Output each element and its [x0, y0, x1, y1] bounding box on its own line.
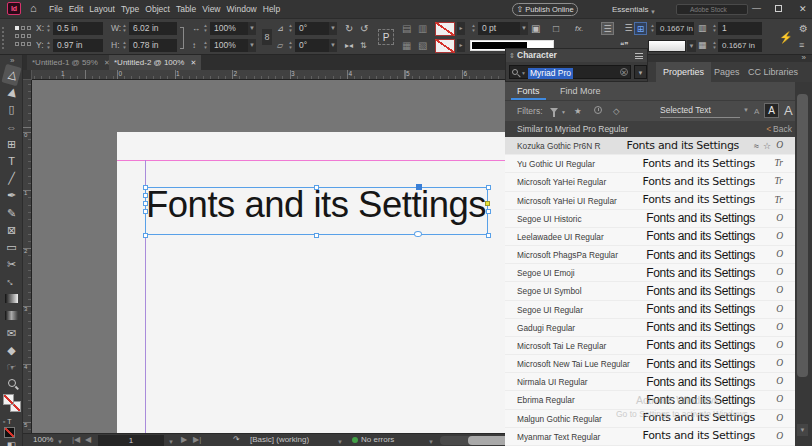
zoom-level[interactable]: 100%: [33, 434, 53, 446]
frame-handle[interactable]: [143, 209, 148, 214]
next-page-button[interactable]: ▶: [181, 434, 187, 446]
font-name[interactable]: Segoe UI Symbol: [517, 286, 582, 296]
panel-menu-icon[interactable]: [635, 53, 643, 59]
font-name[interactable]: Microsoft YaHei UI Regular: [517, 196, 617, 206]
menu-window[interactable]: Window: [227, 4, 257, 14]
preview-size-medium[interactable]: A: [764, 103, 779, 118]
font-list-item[interactable]: Microsoft Tai Le Regular Fonts and its S…: [505, 337, 795, 355]
text-wrap-icon[interactable]: ⊞: [634, 22, 647, 35]
rotate-cw-button[interactable]: ↻: [345, 22, 353, 35]
menu-file[interactable]: File: [49, 4, 63, 14]
apply-none-swatch[interactable]: [4, 427, 15, 438]
font-name[interactable]: Microsoft YaHei Regular: [517, 177, 606, 187]
frame-handle-active[interactable]: [416, 184, 422, 190]
font-name[interactable]: Segoe UI Historic: [517, 214, 582, 224]
pen-tool[interactable]: ✒: [2, 187, 21, 203]
font-name[interactable]: Myanmar Text Regular: [517, 432, 600, 442]
goto-link-icon[interactable]: ▥: [418, 22, 427, 35]
font-name[interactable]: Gadugi Regular: [517, 323, 575, 333]
note-tool[interactable]: ✉: [2, 325, 21, 341]
h-stepper[interactable]: ▲▼: [121, 39, 128, 52]
hand-tool[interactable]: ☞: [2, 359, 21, 375]
toolbar-expand-icon[interactable]: »: [10, 56, 14, 65]
favorite-star-icon[interactable]: ☆: [763, 141, 771, 151]
stroke-more-button[interactable]: ▸: [457, 39, 465, 52]
publish-online-button[interactable]: ⇧ Publish Online: [512, 3, 578, 16]
out-port[interactable]: [414, 231, 422, 237]
tab-find-more[interactable]: Find More: [560, 82, 601, 100]
rectangle-tool[interactable]: ▭: [2, 239, 21, 255]
font-list-item[interactable]: Segoe UI Regular Fonts and its Settings …: [505, 301, 795, 319]
font-list-item[interactable]: Microsoft YaHei UI Regular Fonts and its…: [505, 192, 795, 210]
frame-handle[interactable]: [143, 185, 148, 190]
page-number-field[interactable]: 1: [98, 435, 164, 446]
font-list-item[interactable]: Segoe UI Symbol Fonts and its Settings O: [505, 282, 795, 300]
tab-properties[interactable]: Properties: [656, 62, 711, 82]
font-list-item[interactable]: Nirmala UI Regular Fonts and its Setting…: [505, 373, 795, 391]
horizontal-scrollbar[interactable]: [440, 436, 510, 445]
color-theme-tool[interactable]: ◆: [2, 342, 21, 358]
panel-collapse-icon[interactable]: ⇕: [509, 49, 515, 62]
columns-field[interactable]: 1: [718, 22, 762, 35]
favorites-filter-icon[interactable]: ★: [574, 101, 582, 121]
visual-similarity-icon[interactable]: ◇: [613, 101, 620, 121]
font-name[interactable]: Microsoft New Tai Lue Regular: [517, 359, 630, 369]
flip-vertical-button[interactable]: ⇅: [360, 39, 367, 52]
frame-handle[interactable]: [486, 209, 491, 214]
frame-handle[interactable]: [314, 233, 319, 238]
stroke-type-swatch[interactable]: [648, 40, 686, 52]
object-style-icon[interactable]: ▣: [531, 22, 540, 35]
zoom-tool[interactable]: [2, 377, 21, 393]
font-search-value[interactable]: Myriad Pro: [528, 68, 573, 79]
clear-search-icon[interactable]: ✕: [620, 68, 628, 76]
stroke-weight-dropdown[interactable]: ▼: [520, 22, 528, 35]
preview-size-small[interactable]: A: [754, 107, 759, 116]
preflight-profile[interactable]: [Basic] (working): [250, 434, 309, 446]
reference-point-proxy[interactable]: [15, 26, 31, 49]
ruler-corner[interactable]: [23, 70, 32, 80]
wrap-offset-stepper[interactable]: ▲▼: [649, 22, 656, 35]
page-tool[interactable]: ▯: [2, 101, 21, 117]
menu-layout[interactable]: Layout: [89, 4, 115, 14]
font-name[interactable]: Ebrima Regular: [517, 395, 575, 405]
stroke-weight-field[interactable]: 0 pt: [478, 22, 520, 35]
indesign-logo-icon[interactable]: Id: [7, 2, 21, 15]
control-menu-icon[interactable]: ≡: [799, 39, 804, 52]
w-stepper[interactable]: ▲▼: [121, 22, 128, 35]
frame-handle[interactable]: [486, 185, 491, 190]
frame-handle[interactable]: [314, 185, 319, 190]
dock-expand-icon[interactable]: »: [802, 53, 806, 62]
preview-size-large[interactable]: A: [784, 101, 793, 120]
menu-edit[interactable]: Edit: [69, 4, 84, 14]
content-collector-tool[interactable]: ⊞: [2, 136, 21, 152]
formatting-affects-icons[interactable]: ▫ T: [3, 418, 12, 425]
fill-proxy-swatch[interactable]: [3, 394, 14, 405]
character-panel-titlebar[interactable]: ⇕ Character: [506, 49, 647, 62]
gradient-feather-tool[interactable]: [2, 308, 21, 324]
close-icon[interactable]: ✕: [190, 59, 196, 66]
corner-options-handle[interactable]: [485, 201, 490, 206]
vertical-ruler[interactable]: 012345: [23, 80, 32, 433]
wh-link-bracket[interactable]: [180, 27, 184, 49]
error-status[interactable]: No errors: [361, 434, 394, 446]
scroll-down-icon[interactable]: ▼: [797, 424, 808, 436]
gutter-field[interactable]: 0.1667 in: [718, 39, 762, 52]
zoom-dropdown-icon[interactable]: ▼: [57, 436, 63, 446]
constrain-proportions-link[interactable]: 8: [262, 29, 272, 45]
gear-icon[interactable]: ⚙: [799, 22, 808, 35]
font-list-scrollbar[interactable]: ▼: [795, 82, 812, 446]
first-page-button[interactable]: |◀: [72, 434, 80, 446]
scale-y-field[interactable]: 100%: [210, 39, 248, 52]
w-field[interactable]: 6.02 in: [129, 22, 177, 35]
shear-dropdown[interactable]: ▼: [329, 39, 337, 52]
filter-icon[interactable]: [550, 108, 558, 113]
font-name[interactable]: Microsoft Tai Le Regular: [517, 341, 606, 351]
window-minimize-button[interactable]: —: [752, 3, 761, 13]
columns-stepper[interactable]: ▲▼: [711, 22, 718, 35]
opacity-icon[interactable]: □: [553, 22, 559, 35]
effects-icon[interactable]: fx.: [575, 22, 583, 35]
pencil-tool[interactable]: ✎: [2, 205, 21, 221]
relink-icon[interactable]: ▤: [402, 22, 411, 35]
fill-stroke-swatches[interactable]: [2, 393, 22, 417]
quick-actions-icon[interactable]: ⚡: [779, 31, 793, 44]
